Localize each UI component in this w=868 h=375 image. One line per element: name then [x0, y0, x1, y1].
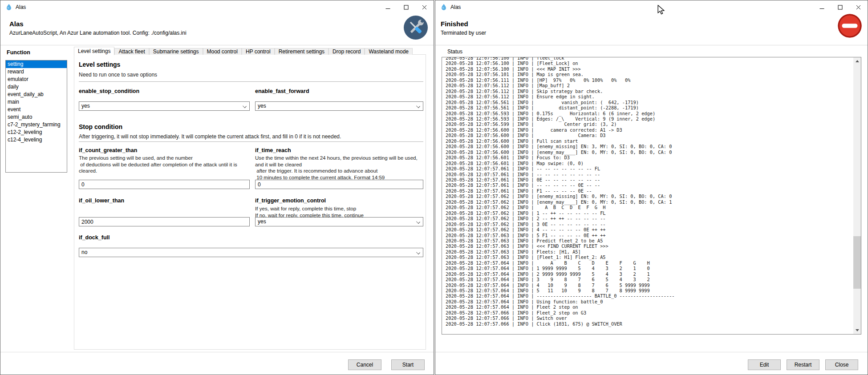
sidebar-item-event[interactable]: event [6, 106, 67, 113]
field-help: If yes, wait for reply, complete this ti… [255, 206, 423, 218]
tab-submarine-settings[interactable]: Submarine settings [149, 48, 203, 55]
restart-button[interactable]: Restart [787, 359, 819, 370]
form-rule [79, 141, 423, 142]
cancel-button[interactable]: Cancel [348, 359, 381, 370]
footer: Edit Restart Close [435, 352, 868, 375]
header-divider [435, 45, 868, 45]
field-label-enable-stop-condition: enable_stop_condition [79, 88, 250, 94]
scrollbar-thumb[interactable] [853, 236, 861, 289]
if-trigger-emotion-control-select[interactable]: yes [255, 217, 423, 226]
if-count-greater-than-input[interactable] [79, 180, 250, 189]
edit-button[interactable]: Edit [748, 359, 781, 370]
chevron-down-icon [416, 104, 420, 108]
if-trigger-emotion-control-value: yes [258, 218, 266, 225]
enable-fast-forward-select[interactable]: yes [255, 101, 423, 111]
sidebar-item-emulator[interactable]: emulator [6, 76, 67, 83]
section-description: After triggering, it will not stop immed… [79, 133, 417, 140]
field-label-if-oil-lower-than: if_oil_lower_than [79, 198, 250, 204]
close-icon[interactable] [415, 0, 434, 14]
maximize-icon[interactable] [397, 0, 415, 14]
section-description: Need to run once to save options [79, 72, 157, 78]
function-label: Function [7, 49, 30, 56]
tab-hp-control[interactable]: HP control [242, 48, 275, 55]
chevron-down-icon [243, 104, 247, 108]
sidebar-item-event_daily_ab[interactable]: event_daily_ab [6, 91, 67, 98]
field-help: Use the time within the next 24 hours, t… [255, 155, 423, 181]
status-subtitle: Terminated by user [441, 30, 486, 36]
field-label-if-time-reach: if_time_reach [255, 147, 423, 153]
alas-app-icon [440, 4, 447, 11]
window-title: Alas [16, 4, 26, 10]
if-dock-full-value: no [81, 249, 87, 255]
if-dock-full-select[interactable]: no [79, 248, 423, 257]
tab-drop-record[interactable]: Drop record [329, 48, 365, 55]
sidebar-item-semi_auto[interactable]: semi_auto [6, 113, 67, 121]
form-rule [79, 81, 423, 82]
status-label: Status [447, 48, 462, 55]
log-clip: 2020-05-28 12:07:56.100 | INFO | fleet_l… [446, 57, 852, 334]
sidebar-item-setting[interactable]: setting [6, 60, 67, 68]
sidebar-item-c12-2_leveling[interactable]: c12-2_leveling [6, 129, 67, 136]
caption-buttons [379, 0, 434, 14]
alas-app-icon [5, 4, 12, 11]
status-title: Finished [441, 20, 468, 28]
enable-fast-forward-value: yes [258, 103, 266, 109]
sidebar-item-daily[interactable]: daily [6, 83, 67, 91]
tab-bar: Level settingsAttack fleetSubmarine sett… [74, 46, 413, 55]
log-text: 2020-05-28 12:07:56.100 | INFO | fleet_l… [446, 57, 675, 327]
sidebar-item-reward[interactable]: reward [6, 68, 67, 76]
enable-stop-condition-select[interactable]: yes [79, 101, 250, 111]
alas-log-window: Alas Finished Terminated by user Status … [435, 0, 868, 375]
mouse-cursor [657, 5, 666, 16]
minimize-icon[interactable] [813, 0, 831, 14]
section-heading: Level settings [79, 61, 120, 68]
field-label-if-dock-full: if_dock_full [79, 234, 250, 241]
header-divider [0, 45, 434, 45]
sidebar-item-main[interactable]: main [6, 98, 67, 106]
enable-stop-condition-value: yes [81, 103, 90, 109]
chevron-down-icon [416, 250, 420, 254]
field-label-enable-fast-forward: enable_fast_forward [255, 88, 423, 94]
tools-icon [404, 16, 428, 40]
tab-level-settings[interactable]: Level settings [74, 47, 114, 55]
tab-mood-control[interactable]: Mood control [203, 48, 242, 55]
log-viewer[interactable]: 2020-05-28 12:07:56.100 | INFO | fleet_l… [442, 57, 861, 335]
start-button[interactable]: Start [391, 359, 425, 370]
field-help: The previous setting will be used, and t… [79, 155, 250, 174]
tab-wasteland-mode[interactable]: Wasteland mode [365, 48, 413, 55]
page-subtitle: AzurLaneAutoScript, An Azur Lane automat… [9, 30, 187, 36]
minimize-icon[interactable] [379, 0, 397, 14]
log-scrollbar[interactable] [853, 57, 861, 334]
field-label-if-count-greater-than: if_count_greater_than [79, 147, 250, 153]
if-oil-lower-than-input[interactable] [79, 217, 250, 226]
sidebar-item-c7-2_mystery_farming[interactable]: c7-2_mystery_farming [6, 121, 67, 129]
footer: Cancel Start [0, 352, 434, 375]
chevron-down-icon [416, 220, 420, 224]
section-heading: Stop condition [79, 123, 122, 130]
tab-attack-fleet[interactable]: Attack fleet [114, 48, 149, 55]
stop-icon [837, 13, 862, 38]
alas-config-window: Alas Alas AzurLaneAutoScript, An Azur La… [0, 0, 434, 375]
titlebar: Alas [0, 0, 434, 14]
sidebar-item-c12-4_leveling[interactable]: c12-4_leveling [6, 136, 67, 144]
window-title: Alas [450, 4, 461, 10]
scroll-up-icon[interactable] [853, 57, 861, 65]
close-button[interactable]: Close [825, 359, 858, 370]
tab-retirement-settings[interactable]: Retirement settings [275, 48, 329, 55]
titlebar: Alas [435, 0, 868, 14]
field-label-if-trigger-emotion-control: if_trigger_emotion_control [255, 198, 423, 204]
close-icon[interactable] [849, 0, 868, 14]
page-title: Alas [9, 20, 24, 28]
if-time-reach-input[interactable] [255, 180, 423, 189]
maximize-icon[interactable] [831, 0, 849, 14]
caption-buttons [813, 0, 868, 14]
function-list: settingrewardemulatordailyevent_daily_ab… [5, 60, 67, 173]
scroll-down-icon[interactable] [853, 327, 861, 334]
